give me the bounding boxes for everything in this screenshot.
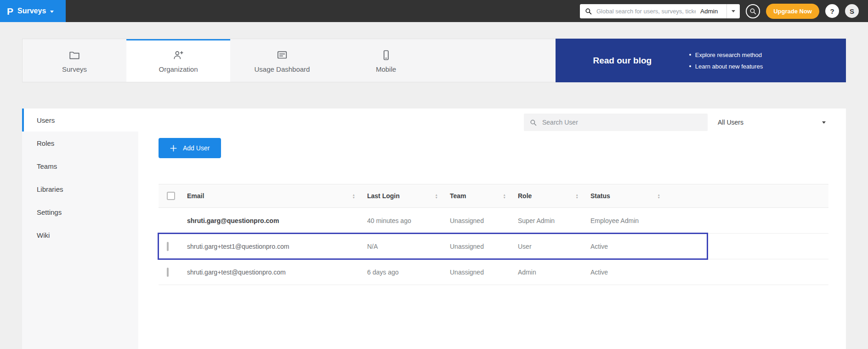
help-button[interactable]: ?	[825, 4, 839, 18]
sort-icon[interactable]: ▲▼	[352, 194, 355, 199]
tab-organization[interactable]: Organization	[126, 39, 230, 82]
search-scope-label: Admin	[700, 8, 721, 15]
user-team: Unassigned	[450, 243, 518, 250]
sidebar-item-users[interactable]: Users	[22, 109, 138, 132]
user-status: Active	[590, 243, 672, 250]
bullet-icon	[689, 65, 691, 67]
header-label: Role	[518, 192, 532, 200]
row-checkbox[interactable]	[167, 268, 169, 277]
user-email: shruti.garg+test@questionpro.com	[187, 269, 367, 276]
sort-icon[interactable]: ▲▼	[503, 194, 506, 199]
table-header-row: Email ▲▼ Last Login ▲▼ Team ▲▼ Role ▲▼ S…	[159, 184, 828, 208]
organization-sidebar: Users Roles Teams Libraries Settings Wik…	[22, 109, 138, 349]
sort-icon[interactable]: ▲▼	[658, 194, 660, 199]
blog-bullet-text: Explore research method	[695, 51, 762, 58]
product-switcher[interactable]: P Surveys	[0, 0, 66, 22]
user-search-input[interactable]	[541, 118, 702, 126]
row-checkbox[interactable]	[167, 242, 169, 251]
upgrade-now-button[interactable]: Upgrade Now	[766, 4, 819, 19]
user-email: shruti.garg+test1@questionpro.com	[187, 243, 367, 250]
header-status[interactable]: Status ▲▼	[590, 184, 672, 207]
user-role: User	[518, 243, 590, 250]
blog-banner[interactable]: Read our blog Explore research method Le…	[556, 39, 846, 82]
chevron-down-icon	[822, 121, 826, 124]
organization-panel: Users Roles Teams Libraries Settings Wik…	[22, 109, 846, 349]
blog-list: Explore research method Learn about new …	[689, 51, 763, 70]
header-team[interactable]: Team ▲▼	[450, 184, 518, 207]
tab-usage-dashboard[interactable]: Usage Dashboard	[230, 39, 334, 82]
mobile-icon	[380, 49, 392, 61]
user-filter-dropdown[interactable]: All Users	[716, 119, 828, 126]
dashboard-icon	[276, 49, 288, 61]
sidebar-item-wiki[interactable]: Wiki	[22, 223, 138, 246]
tab-surveys[interactable]: Surveys	[23, 39, 126, 82]
global-search-input[interactable]	[596, 7, 697, 15]
user-team: Unassigned	[450, 217, 518, 224]
sidebar-item-label: Libraries	[37, 185, 63, 193]
header-label: Email	[187, 192, 204, 200]
header-label: Team	[450, 192, 466, 200]
blog-bullet: Learn about new features	[689, 63, 763, 70]
global-search: Admin	[580, 4, 740, 18]
folder-icon	[68, 49, 80, 61]
add-user-button[interactable]: Add User	[159, 138, 221, 158]
plus-icon	[170, 145, 177, 152]
header-label: Last Login	[367, 192, 400, 200]
search-submit-button[interactable]	[746, 4, 760, 18]
table-row[interactable]: shruti.garg+test@questionpro.com 6 days …	[159, 259, 828, 285]
blog-title: Read our blog	[556, 56, 689, 66]
sort-icon[interactable]: ▲▼	[576, 194, 579, 199]
bullet-icon	[689, 54, 691, 56]
sidebar-item-libraries[interactable]: Libraries	[22, 177, 138, 200]
search-icon	[530, 119, 537, 126]
user-status: Employee Admin	[590, 217, 672, 224]
tab-label: Usage Dashboard	[255, 65, 310, 73]
question-mark-icon: ?	[830, 7, 834, 15]
top-bar: P Surveys Admin Upgrade Now ? S	[0, 0, 868, 22]
chevron-down-icon	[50, 11, 54, 13]
chevron-down-icon	[732, 10, 735, 12]
tab-label: Organization	[159, 65, 198, 73]
tab-mobile[interactable]: Mobile	[334, 39, 438, 82]
users-content: All Users Add User Email ▲▼ Last Login ▲…	[138, 109, 846, 349]
sidebar-item-settings[interactable]: Settings	[22, 200, 138, 223]
add-person-icon	[172, 49, 184, 61]
header-last-login[interactable]: Last Login ▲▼	[367, 184, 450, 207]
header-role[interactable]: Role ▲▼	[518, 184, 590, 207]
questionpro-logo: P	[7, 6, 13, 16]
add-user-label: Add User	[183, 144, 210, 152]
blog-bullet-text: Learn about new features	[695, 63, 763, 70]
blog-bullet: Explore research method	[689, 51, 763, 58]
product-name: Surveys	[17, 7, 46, 15]
tab-label: Mobile	[376, 65, 396, 73]
sidebar-item-label: Roles	[37, 139, 54, 147]
sort-icon[interactable]: ▲▼	[435, 194, 438, 199]
header-label: Status	[590, 192, 610, 200]
search-icon	[749, 8, 756, 15]
user-filter-value: All Users	[718, 119, 743, 126]
select-all-checkbox[interactable]	[167, 192, 175, 200]
user-search	[524, 114, 708, 131]
sidebar-item-roles[interactable]: Roles	[22, 132, 138, 154]
user-last-login: N/A	[367, 243, 450, 250]
user-team: Unassigned	[450, 269, 518, 276]
sidebar-item-label: Teams	[37, 162, 57, 170]
avatar[interactable]: S	[845, 4, 859, 18]
table-row[interactable]: shruti.garg@questionpro.com 40 minutes a…	[159, 208, 828, 234]
users-toolbar: All Users	[159, 114, 828, 131]
header-email[interactable]: Email ▲▼	[187, 184, 367, 207]
user-last-login: 6 days ago	[367, 269, 450, 276]
user-email: shruti.garg@questionpro.com	[187, 217, 367, 224]
avatar-initial: S	[850, 7, 854, 15]
sidebar-item-label: Settings	[37, 208, 62, 216]
module-tabs: Surveys Organization Usage Dashboard Mob…	[22, 39, 846, 82]
table-row-selected[interactable]: shruti.garg+test1@questionpro.com N/A Un…	[159, 234, 828, 259]
user-status: Active	[590, 269, 672, 276]
sidebar-item-teams[interactable]: Teams	[22, 154, 138, 177]
user-role: Super Admin	[518, 217, 590, 224]
sidebar-item-label: Users	[37, 116, 55, 124]
search-icon	[585, 8, 592, 15]
users-table: Email ▲▼ Last Login ▲▼ Team ▲▼ Role ▲▼ S…	[159, 184, 828, 285]
search-scope-dropdown[interactable]	[726, 4, 740, 18]
topbar-actions: Admin Upgrade Now ? S	[580, 4, 868, 19]
